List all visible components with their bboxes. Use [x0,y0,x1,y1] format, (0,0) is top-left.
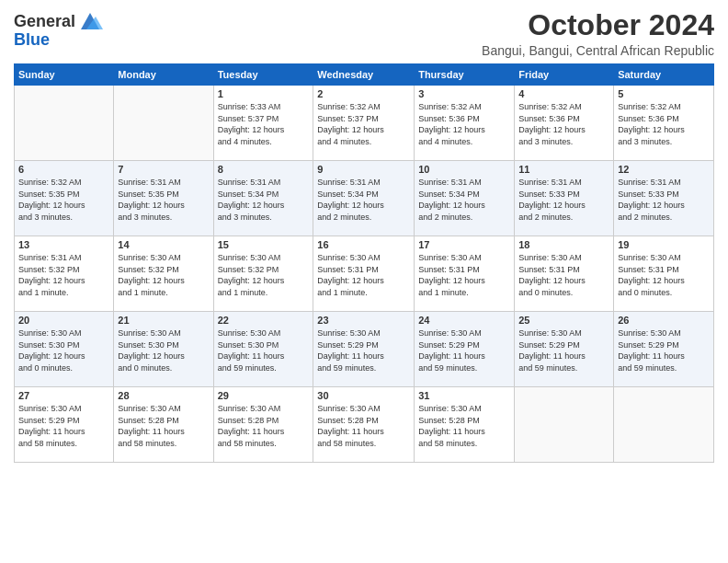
header-friday: Friday [515,64,614,86]
calendar-cell: 13Sunrise: 5:31 AMSunset: 5:32 PMDayligh… [15,236,114,312]
day-number: 24 [418,315,510,326]
day-info: Sunrise: 5:30 AMSunset: 5:29 PMDaylight:… [618,327,710,373]
header-monday: Monday [114,64,213,86]
day-info: Sunrise: 5:30 AMSunset: 5:29 PMDaylight:… [518,327,609,373]
day-number: 31 [418,390,510,401]
day-info: Sunrise: 5:30 AMSunset: 5:31 PMDaylight:… [418,252,510,298]
day-number: 16 [317,239,410,250]
day-number: 10 [418,164,510,175]
calendar-cell [114,86,213,161]
day-number: 29 [218,390,310,401]
day-number: 5 [618,88,710,99]
logo: General Blue [14,13,103,50]
day-number: 22 [218,315,310,326]
day-number: 28 [118,390,209,401]
calendar-cell: 30Sunrise: 5:30 AMSunset: 5:28 PMDayligh… [313,387,415,463]
week-row-2: 6Sunrise: 5:32 AMSunset: 5:35 PMDaylight… [15,161,714,236]
day-info: Sunrise: 5:30 AMSunset: 5:32 PMDaylight:… [218,252,310,298]
day-number: 18 [518,239,609,250]
calendar-cell: 6Sunrise: 5:32 AMSunset: 5:35 PMDaylight… [15,161,114,236]
month-year: October 2024 [482,9,714,41]
calendar-cell: 4Sunrise: 5:32 AMSunset: 5:36 PMDaylight… [515,86,614,161]
day-info: Sunrise: 5:30 AMSunset: 5:28 PMDaylight:… [218,403,310,449]
calendar-cell: 5Sunrise: 5:32 AMSunset: 5:36 PMDaylight… [614,86,714,161]
day-number: 21 [118,315,209,326]
calendar-cell: 12Sunrise: 5:31 AMSunset: 5:33 PMDayligh… [614,161,714,236]
day-number: 27 [18,390,109,401]
week-row-3: 13Sunrise: 5:31 AMSunset: 5:32 PMDayligh… [15,236,714,312]
day-info: Sunrise: 5:31 AMSunset: 5:34 PMDaylight:… [218,177,310,223]
day-number: 15 [218,239,310,250]
calendar-cell: 31Sunrise: 5:30 AMSunset: 5:28 PMDayligh… [415,387,515,463]
day-number: 17 [418,239,510,250]
calendar-cell: 14Sunrise: 5:30 AMSunset: 5:32 PMDayligh… [114,236,213,312]
calendar-cell: 22Sunrise: 5:30 AMSunset: 5:30 PMDayligh… [213,312,313,387]
calendar-cell: 20Sunrise: 5:30 AMSunset: 5:30 PMDayligh… [15,312,114,387]
day-info: Sunrise: 5:30 AMSunset: 5:28 PMDaylight:… [418,403,510,449]
day-info: Sunrise: 5:30 AMSunset: 5:29 PMDaylight:… [418,327,510,373]
day-number: 8 [218,164,310,175]
calendar-cell: 28Sunrise: 5:30 AMSunset: 5:28 PMDayligh… [114,387,213,463]
location: Bangui, Bangui, Central African Republic [482,43,714,58]
calendar-cell: 17Sunrise: 5:30 AMSunset: 5:31 PMDayligh… [415,236,515,312]
calendar-cell: 3Sunrise: 5:32 AMSunset: 5:36 PMDaylight… [415,86,515,161]
day-info: Sunrise: 5:30 AMSunset: 5:31 PMDaylight:… [518,252,609,298]
day-info: Sunrise: 5:31 AMSunset: 5:32 PMDaylight:… [18,252,109,298]
calendar-header-row: SundayMondayTuesdayWednesdayThursdayFrid… [15,64,714,86]
calendar-cell: 9Sunrise: 5:31 AMSunset: 5:34 PMDaylight… [313,161,415,236]
week-row-5: 27Sunrise: 5:30 AMSunset: 5:29 PMDayligh… [15,387,714,463]
day-info: Sunrise: 5:31 AMSunset: 5:35 PMDaylight:… [118,177,209,223]
day-info: Sunrise: 5:30 AMSunset: 5:28 PMDaylight:… [118,403,209,449]
day-number: 25 [518,315,609,326]
calendar-cell: 11Sunrise: 5:31 AMSunset: 5:33 PMDayligh… [515,161,614,236]
day-number: 20 [18,315,109,326]
calendar-cell: 23Sunrise: 5:30 AMSunset: 5:29 PMDayligh… [313,312,415,387]
day-info: Sunrise: 5:30 AMSunset: 5:29 PMDaylight:… [18,403,109,449]
calendar-cell [614,387,714,463]
day-number: 12 [618,164,710,175]
calendar-cell: 10Sunrise: 5:31 AMSunset: 5:34 PMDayligh… [415,161,515,236]
header-sunday: Sunday [15,64,114,86]
calendar-cell: 7Sunrise: 5:31 AMSunset: 5:35 PMDaylight… [114,161,213,236]
calendar-cell: 1Sunrise: 5:33 AMSunset: 5:37 PMDaylight… [213,86,313,161]
day-info: Sunrise: 5:30 AMSunset: 5:31 PMDaylight:… [317,252,410,298]
calendar-cell: 26Sunrise: 5:30 AMSunset: 5:29 PMDayligh… [614,312,714,387]
calendar-cell: 27Sunrise: 5:30 AMSunset: 5:29 PMDayligh… [15,387,114,463]
calendar-cell [15,86,114,161]
day-number: 7 [118,164,209,175]
day-number: 19 [618,239,710,250]
calendar-cell: 16Sunrise: 5:30 AMSunset: 5:31 PMDayligh… [313,236,415,312]
header-tuesday: Tuesday [213,64,313,86]
day-info: Sunrise: 5:31 AMSunset: 5:33 PMDaylight:… [618,177,710,223]
day-info: Sunrise: 5:32 AMSunset: 5:37 PMDaylight:… [317,101,410,147]
day-number: 26 [618,315,710,326]
day-info: Sunrise: 5:30 AMSunset: 5:28 PMDaylight:… [317,403,410,449]
day-number: 3 [418,88,510,99]
day-info: Sunrise: 5:30 AMSunset: 5:32 PMDaylight:… [118,252,209,298]
day-info: Sunrise: 5:33 AMSunset: 5:37 PMDaylight:… [218,101,310,147]
week-row-4: 20Sunrise: 5:30 AMSunset: 5:30 PMDayligh… [15,312,714,387]
day-number: 2 [317,88,410,99]
day-info: Sunrise: 5:30 AMSunset: 5:30 PMDaylight:… [18,327,109,373]
day-number: 11 [518,164,609,175]
day-info: Sunrise: 5:30 AMSunset: 5:31 PMDaylight:… [618,252,710,298]
week-row-1: 1Sunrise: 5:33 AMSunset: 5:37 PMDaylight… [15,86,714,161]
title-block: October 2024 Bangui, Bangui, Central Afr… [482,9,714,58]
day-info: Sunrise: 5:31 AMSunset: 5:34 PMDaylight:… [418,177,510,223]
day-number: 13 [18,239,109,250]
day-number: 14 [118,239,209,250]
calendar: SundayMondayTuesdayWednesdayThursdayFrid… [14,63,714,463]
logo-icon [77,11,103,31]
header-wednesday: Wednesday [313,64,415,86]
calendar-cell: 2Sunrise: 5:32 AMSunset: 5:37 PMDaylight… [313,86,415,161]
day-number: 4 [518,88,609,99]
day-info: Sunrise: 5:32 AMSunset: 5:36 PMDaylight:… [618,101,710,147]
day-info: Sunrise: 5:30 AMSunset: 5:30 PMDaylight:… [118,327,209,373]
calendar-cell: 21Sunrise: 5:30 AMSunset: 5:30 PMDayligh… [114,312,213,387]
day-info: Sunrise: 5:32 AMSunset: 5:35 PMDaylight:… [18,177,109,223]
calendar-cell: 24Sunrise: 5:30 AMSunset: 5:29 PMDayligh… [415,312,515,387]
day-info: Sunrise: 5:31 AMSunset: 5:33 PMDaylight:… [518,177,609,223]
calendar-cell: 25Sunrise: 5:30 AMSunset: 5:29 PMDayligh… [515,312,614,387]
day-number: 30 [317,390,410,401]
calendar-cell: 8Sunrise: 5:31 AMSunset: 5:34 PMDaylight… [213,161,313,236]
